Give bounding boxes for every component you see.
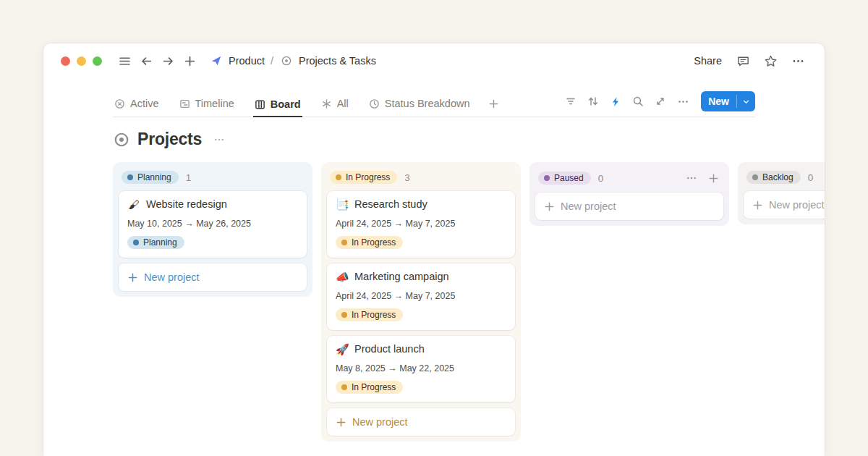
new-project-button[interactable]: New project xyxy=(535,193,723,220)
new-page-icon[interactable] xyxy=(180,51,199,70)
project-card[interactable]: 🚀 Product launch May 8, 2025 → May 22, 2… xyxy=(327,336,515,402)
tab-label: All xyxy=(337,98,349,109)
status-badge: In Progress xyxy=(336,381,403,394)
new-button[interactable]: New xyxy=(701,91,755,111)
card-title: Marketing campaign xyxy=(354,271,449,282)
status-badge: In Progress xyxy=(336,236,403,249)
expand-icon[interactable] xyxy=(652,93,668,109)
tab-label: Active xyxy=(130,98,159,109)
column-count: 3 xyxy=(404,172,410,183)
new-project-label: New project xyxy=(352,416,408,428)
column-header: Paused 0 xyxy=(535,168,723,193)
card-title: Website redesign xyxy=(146,198,227,210)
column-name: In Progress xyxy=(346,173,390,182)
tab-status-breakdown[interactable]: Status Breakdown xyxy=(367,95,472,117)
search-icon[interactable] xyxy=(630,93,646,109)
new-project-button[interactable]: New project xyxy=(119,263,307,291)
status-dot-icon xyxy=(544,175,550,181)
view-tabs: Active Timeline Board All xyxy=(113,95,499,117)
page-title-row: Projects xyxy=(113,130,755,149)
tab-label: Timeline xyxy=(195,98,234,109)
column-header: Planning 1 xyxy=(119,168,307,191)
card-status: In Progress xyxy=(352,238,396,247)
comments-icon[interactable] xyxy=(733,51,752,70)
column-add-icon[interactable] xyxy=(706,171,720,185)
board-column-backlog: Backlog 0 New project xyxy=(738,162,825,224)
card-title-row: 🚀 Product launch xyxy=(336,343,506,355)
back-icon[interactable] xyxy=(137,51,156,70)
column-name: Planning xyxy=(137,173,171,182)
board-view-icon xyxy=(255,99,265,110)
chevron-down-icon[interactable] xyxy=(737,91,755,111)
card-emoji-icon: 🚀 xyxy=(336,344,349,355)
tab-active[interactable]: Active xyxy=(113,95,161,117)
card-title-row: 📑 Research study xyxy=(336,198,506,210)
zoom-window-button[interactable] xyxy=(93,56,102,66)
new-project-label: New project xyxy=(561,200,616,212)
board-column-in-progress: In Progress 3 📑 Research study April 24,… xyxy=(321,162,521,442)
card-emoji-icon: 📑 xyxy=(336,199,349,210)
card-title: Product launch xyxy=(354,343,425,355)
project-card[interactable]: 📑 Research study April 24, 2025 → May 7,… xyxy=(327,191,515,258)
page-more-icon[interactable] xyxy=(213,134,225,145)
status-badge[interactable]: Paused xyxy=(538,172,591,185)
project-card[interactable]: 🖌 Website redesign May 10, 2025 → May 26… xyxy=(119,191,307,258)
page-title[interactable]: Projects xyxy=(137,130,202,149)
app-window: Product / Projects & Tasks Share xyxy=(43,43,825,456)
card-status: In Progress xyxy=(352,311,396,319)
plus-icon xyxy=(544,201,555,212)
breadcrumb-workspace[interactable]: Product xyxy=(229,55,265,67)
add-view-icon[interactable] xyxy=(488,98,499,117)
column-name: Paused xyxy=(554,174,584,182)
view-bar: Active Timeline Board All xyxy=(113,91,755,117)
card-dates: May 10, 2025 → May 26, 2025 xyxy=(127,219,298,229)
card-status: Planning xyxy=(143,238,177,247)
card-title-row: 📣 Marketing campaign xyxy=(336,271,506,282)
plus-icon xyxy=(127,272,138,283)
forward-icon[interactable] xyxy=(158,51,177,70)
sidebar-toggle-icon[interactable] xyxy=(115,51,134,70)
view-more-icon[interactable] xyxy=(675,93,691,109)
tab-board[interactable]: Board xyxy=(253,96,302,117)
new-button-label[interactable]: New xyxy=(701,91,736,111)
status-dot-icon xyxy=(341,384,347,390)
share-button[interactable]: Share xyxy=(691,52,725,69)
titlebar-actions: Share xyxy=(691,51,807,70)
status-dot-icon xyxy=(127,174,133,180)
sort-icon[interactable] xyxy=(585,93,601,109)
board-column-paused: Paused 0 New project xyxy=(529,162,729,226)
status-badge[interactable]: Backlog xyxy=(746,171,801,184)
minimize-window-button[interactable] xyxy=(77,56,86,66)
tab-timeline[interactable]: Timeline xyxy=(178,95,236,117)
status-dot-icon xyxy=(341,312,347,318)
workspace-icon xyxy=(209,54,224,68)
automation-icon[interactable] xyxy=(608,93,624,109)
page-icon[interactable] xyxy=(113,131,130,148)
more-icon[interactable] xyxy=(788,51,807,70)
column-more-icon[interactable] xyxy=(684,171,699,185)
timeline-view-icon xyxy=(179,98,190,109)
filter-icon[interactable] xyxy=(563,93,579,109)
new-project-button[interactable]: New project xyxy=(744,191,825,219)
project-card[interactable]: 📣 Marketing campaign April 24, 2025 → Ma… xyxy=(327,263,515,330)
status-badge[interactable]: In Progress xyxy=(330,171,397,184)
clock-icon xyxy=(369,98,380,109)
new-project-label: New project xyxy=(144,271,200,283)
card-dates: April 24, 2025 → May 7, 2025 xyxy=(336,219,506,229)
status-badge[interactable]: Planning xyxy=(122,171,179,184)
all-view-icon xyxy=(321,98,332,109)
breadcrumb: Product / Projects & Tasks xyxy=(209,54,376,68)
status-dot-icon xyxy=(133,240,139,245)
breadcrumb-page[interactable]: Projects & Tasks xyxy=(299,55,376,67)
favorite-icon[interactable] xyxy=(761,51,780,70)
column-count: 0 xyxy=(808,172,814,183)
close-window-button[interactable] xyxy=(61,56,70,66)
kanban-board: Planning 1 🖌 Website redesign May 10, 20… xyxy=(43,162,825,456)
active-view-icon xyxy=(114,98,125,109)
column-name: Backlog xyxy=(762,173,793,182)
status-badge: Planning xyxy=(127,236,184,249)
new-project-button[interactable]: New project xyxy=(327,408,515,436)
card-status: In Progress xyxy=(352,383,396,392)
plus-icon xyxy=(752,200,763,211)
tab-all[interactable]: All xyxy=(320,95,350,117)
